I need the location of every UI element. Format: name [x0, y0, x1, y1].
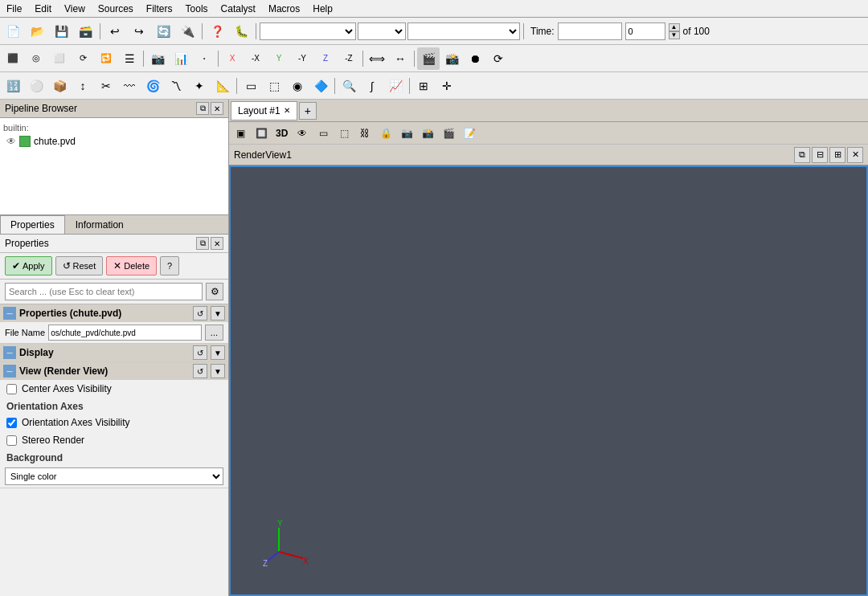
menu-view[interactable]: View — [58, 2, 92, 16]
open-btn[interactable]: 📂 — [26, 20, 48, 43]
time-spin-down[interactable]: ▼ — [669, 31, 680, 39]
view-refresh-btn[interactable]: ↺ — [193, 364, 207, 378]
vis-btn-6[interactable]: ☰ — [118, 47, 141, 70]
play-back-btn[interactable]: ⟳ — [487, 47, 510, 70]
yi-btn[interactable]: -Y — [291, 47, 313, 70]
render-tb-link[interactable]: ⛓ — [355, 125, 375, 142]
render-close-btn[interactable]: ✕ — [847, 147, 863, 163]
visibility-eye-icon[interactable]: 👁 — [6, 136, 16, 147]
add-tab-btn[interactable]: + — [299, 102, 317, 120]
pan-btn[interactable]: ⟺ — [366, 47, 388, 70]
render-split-h-btn[interactable]: ⊟ — [812, 147, 828, 163]
arrows-btn[interactable]: ↕ — [72, 75, 94, 97]
file-path-input[interactable] — [48, 325, 202, 341]
query-btn[interactable]: 🔍 — [338, 75, 360, 97]
record-btn[interactable]: ⏺ — [464, 47, 486, 70]
annotation-btn[interactable]: 📊 — [170, 47, 192, 70]
filter-combo[interactable] — [358, 22, 406, 40]
bug-btn[interactable]: 🐛 — [230, 20, 252, 43]
render-tb-cam2[interactable]: 📷 — [397, 125, 416, 142]
properties-search-input[interactable] — [5, 283, 203, 300]
z-axis-btn[interactable]: Z — [314, 47, 337, 70]
display-toggle-icon[interactable]: ─ — [3, 346, 16, 359]
render-tb-script[interactable]: 📝 — [460, 125, 479, 142]
menu-tools[interactable]: Tools — [179, 2, 215, 16]
file-browse-btn[interactable]: ... — [205, 325, 223, 341]
tab-close-btn[interactable]: ✕ — [284, 106, 290, 115]
render-tb-camera-reset[interactable]: 🔲 — [252, 125, 271, 142]
tab-properties[interactable]: Properties — [0, 215, 65, 234]
render-tb-cam3[interactable]: 📸 — [418, 125, 437, 142]
display-expand-btn[interactable]: ▼ — [211, 345, 225, 360]
redo-btn[interactable]: ↪ — [128, 20, 150, 43]
connect-btn[interactable]: 🔌 — [176, 20, 199, 43]
stream-btn[interactable]: 🌀 — [141, 75, 164, 97]
delete-button[interactable]: ✕ Delete — [106, 256, 157, 276]
pipeline-item-chute[interactable]: 👁 chute.pvd — [3, 134, 225, 149]
render-mode-btn[interactable]: 🎬 — [417, 47, 440, 70]
view-section-header[interactable]: ─ View (Render View) ↺ ▼ — [0, 362, 228, 380]
camera-btn[interactable]: 📷 — [146, 47, 169, 70]
extra-btn[interactable]: ✛ — [436, 75, 458, 97]
macro-combo[interactable] — [407, 22, 520, 40]
time-spin-up[interactable]: ▲ — [669, 23, 680, 31]
properties-refresh-btn[interactable]: ↺ — [193, 306, 207, 320]
refresh-btn[interactable]: 🔄 — [152, 20, 174, 43]
render-tb-lock[interactable]: 🔒 — [376, 125, 395, 142]
sphere-btn[interactable]: ⚪ — [25, 75, 47, 97]
save-state-btn[interactable]: 🗃️ — [74, 20, 96, 43]
time-value-field[interactable] — [625, 22, 665, 40]
time-field[interactable] — [558, 22, 622, 40]
render-tb-eye[interactable]: 👁 — [293, 125, 312, 142]
section-toggle-icon[interactable]: ─ — [3, 307, 16, 320]
menu-help[interactable]: Help — [306, 2, 339, 16]
props-undock-btn[interactable]: ⧉ — [196, 237, 209, 250]
menu-macros[interactable]: Macros — [262, 2, 306, 16]
vis-btn-1[interactable]: ⬛ — [2, 47, 24, 70]
orientation-axes-checkbox[interactable] — [6, 418, 17, 428]
box-btn[interactable]: 📦 — [48, 75, 71, 97]
view-expand-btn[interactable]: ▼ — [211, 364, 225, 378]
render-tb-rect2[interactable]: ⬚ — [334, 125, 354, 142]
pipeline-close-btn[interactable]: ✕ — [211, 102, 223, 115]
source-combo[interactable] — [260, 22, 356, 40]
stereo-render-checkbox[interactable] — [6, 435, 17, 446]
integrate-btn[interactable]: ∫ — [361, 75, 383, 97]
tab-information[interactable]: Information — [65, 215, 134, 234]
warp-btn[interactable]: 〽 — [165, 75, 187, 97]
menu-edit[interactable]: Edit — [28, 2, 58, 16]
help-btn[interactable]: ❓ — [206, 20, 228, 43]
screenshot-btn[interactable]: 📸 — [440, 47, 463, 70]
display-refresh-btn[interactable]: ↺ — [193, 345, 207, 360]
search-settings-btn[interactable]: ⚙ — [206, 283, 223, 300]
menu-sources[interactable]: Sources — [92, 2, 140, 16]
menu-filters[interactable]: Filters — [140, 2, 179, 16]
points-btn[interactable]: ⬞ — [193, 47, 215, 70]
background-select[interactable]: Single color Gradient Image Skybox — [5, 467, 223, 485]
display-section-header[interactable]: ─ Display ↺ ▼ — [0, 344, 228, 361]
menu-catalyst[interactable]: Catalyst — [215, 2, 262, 16]
properties-expand-btn[interactable]: ▼ — [211, 306, 225, 320]
slice-btn[interactable]: ✂ — [95, 75, 117, 97]
help-button[interactable]: ? — [160, 256, 179, 276]
zi-btn[interactable]: -Z — [338, 47, 360, 70]
particle-btn[interactable]: ⊞ — [412, 75, 435, 97]
select3-btn[interactable]: ◉ — [286, 75, 309, 97]
properties-section-header[interactable]: ─ Properties (chute.pvd) ↺ ▼ — [0, 304, 228, 322]
select2-btn[interactable]: ⬚ — [263, 75, 285, 97]
render-view[interactable]: Y X Z — [229, 165, 868, 596]
roll-btn[interactable]: ↔ — [389, 47, 411, 70]
undo-btn[interactable]: ↩ — [104, 20, 126, 43]
view-toggle-icon[interactable]: ─ — [3, 365, 16, 378]
save-btn[interactable]: 💾 — [50, 20, 72, 43]
select-btn[interactable]: ▭ — [240, 75, 262, 97]
pipeline-undock-btn[interactable]: ⧉ — [196, 102, 209, 115]
vis-btn-4[interactable]: ⟳ — [72, 47, 94, 70]
contour-btn[interactable]: 〰 — [118, 75, 141, 97]
vis-btn-5[interactable]: 🔁 — [95, 47, 117, 70]
render-tb-select[interactable]: ▣ — [231, 125, 250, 142]
select4-btn[interactable]: 🔷 — [309, 75, 332, 97]
vis-btn-3[interactable]: ⬜ — [48, 47, 71, 70]
render-tb-movie[interactable]: 🎬 — [439, 125, 458, 142]
render-split-v-btn[interactable]: ⊞ — [829, 147, 845, 163]
